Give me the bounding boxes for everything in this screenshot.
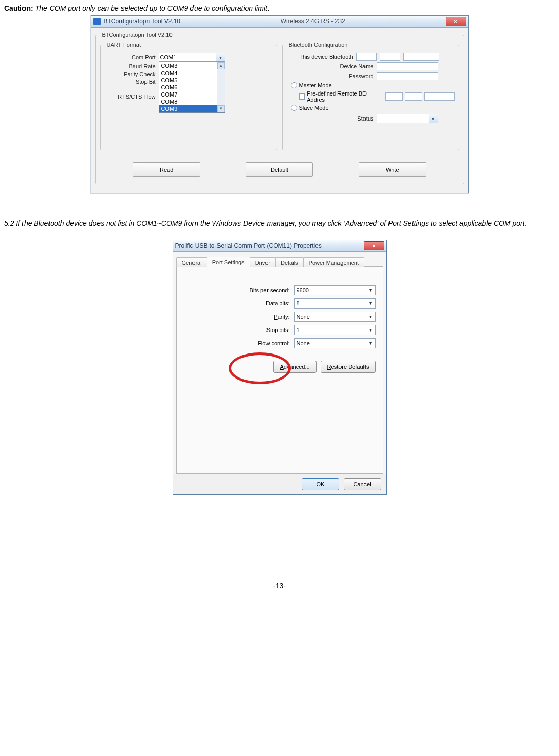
read-button-label: Read	[160, 167, 173, 173]
slave-mode-radio[interactable]: Slave Mode	[291, 105, 455, 111]
close-icon: ×	[372, 243, 375, 249]
flow-control-label: Flow control:	[229, 340, 290, 346]
device-name-label: Device Name	[287, 63, 374, 69]
master-mode-radio[interactable]: Master Mode	[291, 82, 455, 88]
restore-defaults-button[interactable]: Restore Defaults	[321, 361, 376, 373]
bt-legend: Bluetooth Configuration	[287, 42, 350, 48]
window-title: BTConfiguratopn Tool V2.10	[104, 18, 181, 25]
app-icon	[93, 18, 101, 25]
stop-bits-label: Stop bits:	[229, 327, 290, 333]
data-bits-select[interactable]: 8	[294, 298, 376, 309]
port-settings-panel: Bits per second: 9600 Data bits: 8 Parit…	[176, 267, 383, 474]
caution-label: Caution:	[4, 4, 33, 12]
chevron-down-icon	[366, 312, 375, 321]
outer-group-legend: BTConfiguratopn Tool V2.10	[100, 32, 175, 38]
com-option[interactable]: COM7	[159, 91, 225, 98]
tab-power-management[interactable]: Power Management	[303, 257, 364, 267]
tab-general[interactable]: General	[176, 257, 207, 267]
rtscts-label: RTS/CTS Flow	[105, 93, 156, 100]
uart-legend: UART Format	[105, 42, 143, 48]
ok-button-label: OK	[317, 481, 325, 487]
title-bar: BTConfiguratopn Tool V2.10 Wireless 2.4G…	[91, 16, 468, 28]
tab-driver[interactable]: Driver	[250, 257, 276, 267]
flow-control-select[interactable]: None	[294, 338, 376, 348]
bt-config-window: BTConfiguratopn Tool V2.10 Wireless 2.4G…	[91, 15, 469, 193]
bits-per-second-label: Bits per second:	[229, 287, 290, 293]
stop-bits-select[interactable]: 1	[294, 325, 376, 335]
caution-text: The COM port only can be selected up to …	[35, 4, 270, 12]
checkbox-icon[interactable]	[299, 93, 305, 100]
close-icon: ×	[454, 18, 457, 25]
parity-select[interactable]: None	[294, 312, 376, 322]
tab-strip: General Port Settings Driver Details Pow…	[176, 255, 383, 267]
com-option[interactable]: COM6	[159, 84, 225, 91]
this-device-label: This device Bluetooth	[287, 54, 353, 60]
radio-icon	[291, 82, 297, 88]
flow-control-value: None	[297, 340, 310, 346]
password-label: Password	[287, 73, 374, 79]
com-port-value: COM1	[160, 54, 177, 60]
bd-addr-field-1[interactable]	[356, 53, 377, 61]
com-option[interactable]: COM4	[159, 69, 225, 77]
master-mode-label: Master Mode	[299, 82, 332, 88]
com-option[interactable]: COM3	[159, 62, 225, 69]
bd-addr-field-2[interactable]	[380, 53, 400, 61]
status-combo[interactable]	[377, 114, 438, 123]
data-bits-value: 8	[297, 300, 300, 306]
remote-bd-field-3[interactable]	[424, 92, 455, 101]
bits-per-second-select[interactable]: 9600	[294, 285, 376, 295]
com-option[interactable]: COM8	[159, 98, 225, 105]
default-button[interactable]: Default	[246, 162, 313, 177]
parity-label: Parity:	[229, 314, 290, 320]
com-option[interactable]: COM5	[159, 77, 225, 84]
chevron-down-icon	[429, 114, 438, 123]
scroll-down-icon[interactable]: ▾	[217, 105, 225, 112]
advanced-button[interactable]: Advanced...	[273, 361, 316, 373]
parity-value: None	[297, 314, 310, 320]
com-option-selected[interactable]: COM9	[159, 105, 225, 112]
com-port-combo[interactable]: COM1 COM3 COM4 COM5 COM6 COM7 COM8 COM9	[159, 53, 225, 62]
chevron-down-icon	[366, 299, 375, 308]
section-5-2-text: 5.2 If the Bluetooth device does not lis…	[4, 217, 555, 230]
chevron-down-icon	[366, 339, 375, 348]
title-bar: Prolific USB-to-Serial Comm Port (COM11)…	[173, 240, 386, 252]
write-button[interactable]: Write	[359, 162, 426, 177]
cancel-button[interactable]: Cancel	[344, 478, 381, 490]
default-button-label: Default	[271, 167, 288, 173]
password-field[interactable]	[377, 72, 438, 80]
status-label: Status	[287, 115, 374, 122]
stop-bits-value: 1	[297, 327, 300, 333]
tab-details[interactable]: Details	[275, 257, 304, 267]
close-button[interactable]: ×	[446, 17, 466, 26]
dropdown-scrollbar[interactable]: ▴ ▾	[217, 62, 225, 112]
bluetooth-config-group: Bluetooth Configuration This device Blue…	[282, 42, 459, 150]
uart-format-group: UART Format Com Port COM1 COM3 COM4 COM5	[100, 42, 277, 150]
com-port-properties-window: Prolific USB-to-Serial Comm Port (COM11)…	[173, 240, 387, 495]
window-title: Prolific USB-to-Serial Comm Port (COM11)…	[175, 242, 322, 249]
write-button-label: Write	[386, 167, 399, 173]
chevron-down-icon	[366, 286, 375, 295]
window-subtitle: Wireless 2.4G RS - 232	[281, 18, 345, 25]
page-number: -13-	[4, 582, 555, 590]
device-name-field[interactable]	[377, 62, 438, 70]
read-button[interactable]: Read	[133, 162, 200, 177]
caution-line: Caution: The COM port only can be select…	[4, 4, 555, 12]
com-port-label: Com Port	[105, 54, 156, 60]
remote-bd-field-1[interactable]	[385, 92, 403, 101]
baud-rate-label: Baud Rate	[105, 63, 156, 69]
parity-label: Parity Check	[105, 71, 156, 77]
tab-port-settings[interactable]: Port Settings	[207, 257, 250, 267]
bd-addr-field-3[interactable]	[403, 53, 439, 61]
slave-mode-label: Slave Mode	[299, 105, 329, 111]
data-bits-label: Data bits:	[229, 300, 290, 306]
com-port-dropdown[interactable]: COM3 COM4 COM5 COM6 COM7 COM8 COM9 ▴	[159, 62, 225, 113]
predefined-label: Pre-defined Remote BD Addres	[307, 90, 383, 103]
ok-button[interactable]: OK	[302, 478, 339, 490]
remote-bd-field-2[interactable]	[405, 92, 422, 101]
outer-group: BTConfiguratopn Tool V2.10 UART Format C…	[95, 32, 464, 184]
close-button[interactable]: ×	[364, 241, 384, 250]
bits-value: 9600	[297, 287, 309, 293]
scroll-up-icon[interactable]: ▴	[217, 62, 225, 69]
cancel-button-label: Cancel	[353, 481, 371, 487]
chevron-down-icon	[366, 325, 375, 335]
